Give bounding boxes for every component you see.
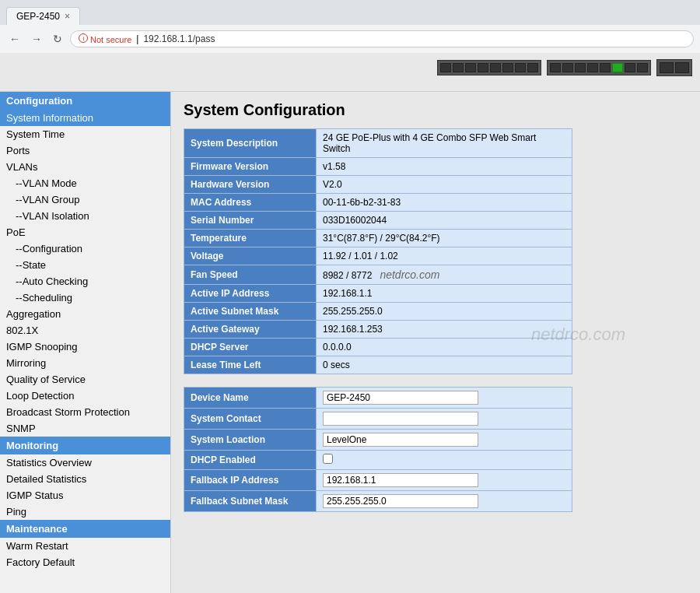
port-3 [465,63,476,72]
port-15 [625,63,635,72]
device-input-device-name[interactable] [323,391,478,405]
url-display: 192.168.1.1/pass [143,33,215,44]
port-10 [562,63,573,72]
system-table-label: System Description [184,129,317,158]
device-table-label: System Loaction [184,430,317,451]
device-table-row: Device Name [184,388,572,409]
back-button[interactable]: ← [6,31,23,47]
system-table-label: DHCP Server [184,339,317,356]
url-box[interactable]: i Not secure | 192.168.1.1/pass [70,30,694,47]
sidebar-item-loop-detection[interactable]: Loop Detection [0,388,170,404]
device-table-value[interactable] [317,430,572,451]
watermark: netdrco.com [531,325,625,345]
port-12 [587,63,598,72]
system-table-value: 31°C(87.8°F) / 29°C(84.2°F) [317,230,572,247]
device-input-fallback-ip-address[interactable] [323,473,478,487]
sidebar-item-igmp-status[interactable]: IGMP Status [0,487,170,504]
device-input-fallback-subnet-mask[interactable] [323,494,478,508]
sidebar-item-system-information[interactable]: System Information [0,110,170,126]
sidebar-item-system-time[interactable]: System Time [0,126,170,142]
forward-button[interactable]: → [28,31,45,47]
system-table-value: 00-11-6b-b2-31-83 [317,194,572,212]
system-table-value: v1.58 [317,158,572,176]
sidebar-item-broadcast-storm-protection[interactable]: Broadcast Storm Protection [0,404,170,420]
system-table-row: Active IP Address192.168.1.1 [184,285,572,303]
device-table-row: System Loaction [184,430,572,451]
tab-close-button[interactable]: × [65,11,70,22]
port-combo-1 [660,62,674,73]
sidebar-item-poe[interactable]: PoE [0,224,170,240]
system-table-value: 8982 / 8772 netdrco.com [317,265,572,285]
device-table-value[interactable] [317,409,572,430]
port-icon-area [437,59,692,76]
system-table-row: Hardware VersionV2.0 [184,176,572,194]
sidebar-item-aggregation[interactable]: Aggregation [0,306,170,322]
device-table-label: DHCP Enabled [184,451,317,470]
info-icon: i [79,33,88,43]
device-table-value[interactable] [317,491,572,512]
system-table-row: Voltage11.92 / 1.01 / 1.02 [184,247,572,265]
sidebar-item-vlan-mode[interactable]: --VLAN Mode [0,175,170,191]
device-config-table: Device NameSystem ContactSystem Loaction… [184,387,572,512]
security-indicator: i Not secure [79,33,131,44]
sidebar-section-configuration: Configuration [0,92,170,110]
sidebar-item-poe-scheduling[interactable]: --Scheduling [0,289,170,306]
device-input-system-loaction[interactable] [323,433,478,447]
system-table-row: MAC Address00-11-6b-b2-31-83 [184,194,572,212]
system-table-row: System Description24 GE PoE-Plus with 4 … [184,129,572,158]
system-table-value: 11.92 / 1.01 / 1.02 [317,247,572,265]
device-table-value [317,451,572,470]
address-bar: ← → ↻ i Not secure | 192.168.1.1/pass [0,25,700,53]
system-table-value: 192.168.1.1 [317,285,572,303]
sidebar-item-detailed-statistics[interactable]: Detailed Statistics [0,471,170,487]
sidebar-item-warm-restart[interactable]: Warm Restart [0,538,170,554]
sidebar-item-mirroring[interactable]: Mirroring [0,355,170,371]
sidebar-item-igmp-snooping[interactable]: IGMP Snooping [0,339,170,355]
device-table-row: DHCP Enabled [184,451,572,470]
browser-tab[interactable]: GEP-2450 × [6,7,80,25]
sidebar-item-vlan-isolation[interactable]: --VLAN Isolation [0,208,170,224]
port-combo-2 [675,62,689,73]
sidebar-item-poe-state[interactable]: --State [0,257,170,273]
system-table-row: Lease Time Left0 secs [184,356,572,374]
sidebar-item-snmp[interactable]: SNMP [0,420,170,437]
dhcp-enabled-checkbox[interactable] [323,454,333,464]
sidebar-item-statistics-overview[interactable]: Statistics Overview [0,454,170,471]
top-bar [0,53,700,92]
sidebar-item-poe-auto-checking[interactable]: --Auto Checking [0,273,170,289]
system-table-label: Firmware Version [184,158,317,176]
sidebar-item-poe-configuration[interactable]: --Configuration [0,240,170,257]
system-table-value: V2.0 [317,176,572,194]
port-13 [600,63,611,72]
sidebar-item-vlan-group[interactable]: --VLAN Group [0,191,170,208]
system-table-row: DHCP Server0.0.0.0 [184,339,572,356]
device-table-value[interactable] [317,388,572,409]
device-table-label: Fallback IP Address [184,470,317,491]
port-11 [575,63,586,72]
system-table-row: Firmware Versionv1.58 [184,158,572,176]
device-table-value[interactable] [317,470,572,491]
system-table-row: Fan Speed8982 / 8772 netdrco.com [184,265,572,285]
port-9 [550,63,561,72]
system-table-row: Serial Number033D16002044 [184,212,572,230]
sidebar-item-8021x[interactable]: 802.1X [0,322,170,339]
port-group-1 [437,60,541,75]
sidebar-item-quality-of-service[interactable]: Quality of Service [0,371,170,388]
sidebar-item-ports[interactable]: Ports [0,142,170,159]
system-table-value: 24 GE PoE-Plus with 4 GE Combo SFP Web S… [317,129,572,158]
system-table-label: Voltage [184,247,317,265]
device-input-system-contact[interactable] [323,412,478,426]
port-5 [490,63,501,72]
system-table-label: Active Subnet Mask [184,303,317,321]
tab-title: GEP-2450 [16,11,60,22]
system-info-table: System Description24 GE PoE-Plus with 4 … [184,128,572,374]
system-table-label: Hardware Version [184,176,317,194]
reload-button[interactable]: ↻ [50,31,65,47]
sidebar-item-factory-default[interactable]: Factory Default [0,554,170,570]
system-table-label: Active IP Address [184,285,317,303]
port-2 [453,63,464,72]
sidebar-item-ping[interactable]: Ping [0,504,170,520]
system-table-value: 255.255.255.0 [317,303,572,321]
browser-chrome: GEP-2450 × ← → ↻ i Not secure | 192.168.… [0,0,700,53]
sidebar-item-vlans[interactable]: VLANs [0,159,170,175]
